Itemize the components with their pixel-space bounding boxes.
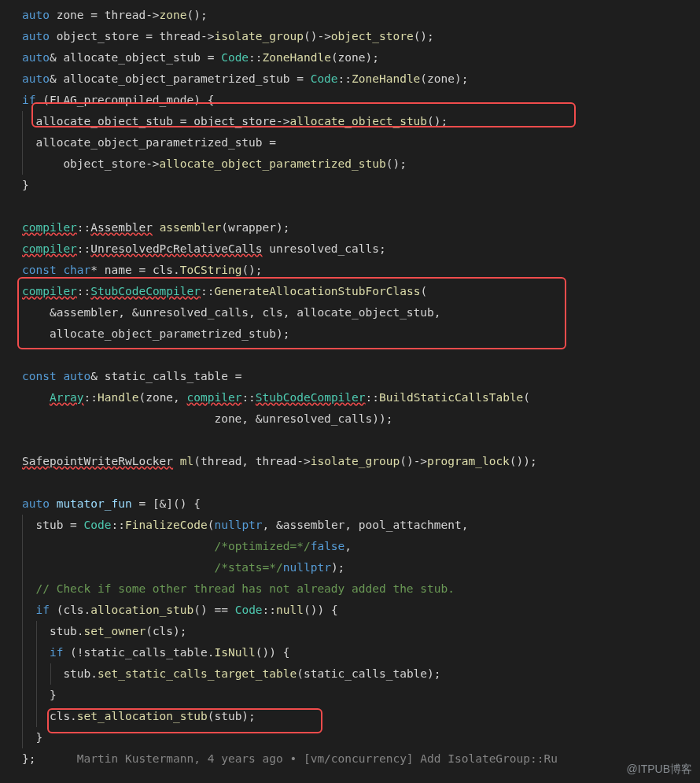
code-token: :: xyxy=(112,519,125,531)
code-token: object_store-> xyxy=(35,157,159,170)
code-token: } xyxy=(50,689,57,701)
code-token: ToCString xyxy=(180,264,242,276)
code-token: & static_calls_table = xyxy=(90,370,241,382)
code-line[interactable]: auto mutator_fun = [&]() { xyxy=(22,493,700,515)
code-token: set_static_calls_target_table xyxy=(98,667,297,680)
code-token: compiler xyxy=(22,221,77,234)
code-token: isolate_group xyxy=(214,30,304,42)
code-line[interactable]: allocate_object_stub = object_store->all… xyxy=(22,111,700,132)
code-line[interactable]: const auto& static_calls_table = xyxy=(22,366,700,387)
code-token: object_store = thread-> xyxy=(50,30,215,42)
code-token: StubCodeCompiler xyxy=(256,391,366,404)
code-token: Handle xyxy=(98,391,138,404)
code-line[interactable]: cls.set_allocation_stub(stub); xyxy=(22,706,700,727)
code-line[interactable]: }; Martin Kustermann, 4 years ago • [vm/… xyxy=(22,748,700,770)
code-line[interactable]: auto& allocate_object_parametrized_stub … xyxy=(22,68,700,90)
code-token xyxy=(153,221,160,234)
code-token: :: xyxy=(263,604,276,616)
code-token: , xyxy=(344,540,352,552)
code-line[interactable]: compiler::StubCodeCompiler::GenerateAllo… xyxy=(22,281,700,302)
code-token: ml xyxy=(180,455,193,467)
code-token: ()) { xyxy=(256,646,290,659)
code-token xyxy=(22,391,50,404)
code-token: Assembler xyxy=(90,221,153,234)
code-token: StubCodeCompiler xyxy=(90,285,201,297)
code-token: (); xyxy=(414,30,434,42)
code-token: allocate_object_parametrized_stub xyxy=(160,157,386,170)
code-line[interactable]: auto object_store = thread->isolate_grou… xyxy=(22,26,700,47)
code-token: :: xyxy=(241,391,255,404)
code-token: zone xyxy=(160,9,187,21)
code-line[interactable]: allocate_object_parametrized_stub = xyxy=(22,132,700,153)
code-token: (zone, xyxy=(138,391,186,404)
code-token: allocate_object_stub xyxy=(289,115,427,127)
code-line[interactable]: zone, &unresolved_calls)); xyxy=(22,408,700,430)
code-token: stub. xyxy=(50,625,84,637)
watermark-text: @ITPUB博客 xyxy=(627,759,692,780)
code-token xyxy=(35,540,214,552)
code-token: compiler xyxy=(22,285,77,297)
code-token: nullptr xyxy=(283,561,331,574)
code-token: zone = thread-> xyxy=(50,9,160,21)
code-token: // Check if some other thread has not al… xyxy=(35,582,455,595)
code-line[interactable]: const char* name = cls.ToCString(); xyxy=(22,260,700,281)
code-token: ()-> xyxy=(304,30,331,42)
code-line[interactable]: SafepointWriteRwLocker ml(thread, thread… xyxy=(22,451,700,472)
code-line[interactable]: if (FLAG_precompiled_mode) { xyxy=(22,90,700,111)
code-token: false xyxy=(311,540,345,552)
code-token: assembler xyxy=(160,221,222,234)
code-token: ); xyxy=(331,561,344,574)
code-line[interactable]: stub = Code::FinalizeCode(nullptr, &asse… xyxy=(22,515,700,536)
code-token: allocate_object_parametrized_stub = xyxy=(35,136,276,149)
code-line[interactable]: allocate_object_parametrized_stub); xyxy=(22,323,700,345)
code-line[interactable] xyxy=(22,430,700,451)
code-line[interactable]: // Check if some other thread has not al… xyxy=(22,578,700,600)
code-token: &assembler, &unresolved_calls, cls, allo… xyxy=(22,306,441,319)
code-token: set_allocation_stub xyxy=(77,710,208,722)
codelens-annotation[interactable]: Martin Kustermann, 4 years ago • [vm/con… xyxy=(35,752,557,765)
code-token: if xyxy=(50,646,63,659)
code-token: :: xyxy=(77,242,90,255)
code-line[interactable]: if (!static_calls_table.IsNull()) { xyxy=(22,642,700,663)
code-token: :: xyxy=(338,72,352,85)
code-token: (zone); xyxy=(331,51,379,64)
code-token: /*stats=*/ xyxy=(214,561,282,574)
code-token: (cls. xyxy=(50,604,90,616)
code-line[interactable]: &assembler, &unresolved_calls, cls, allo… xyxy=(22,302,700,323)
code-line[interactable]: auto zone = thread->zone(); xyxy=(22,5,700,26)
code-token: } xyxy=(22,179,29,191)
code-token: mutator_fun xyxy=(57,497,132,510)
code-editor[interactable]: auto zone = thread->zone();auto object_s… xyxy=(0,0,700,770)
code-token: /*optimized=*/ xyxy=(214,540,310,552)
code-line[interactable] xyxy=(22,345,700,366)
code-line[interactable] xyxy=(22,472,700,493)
code-line[interactable]: } xyxy=(22,685,700,706)
code-token: ()-> xyxy=(400,455,427,467)
code-token: program_lock xyxy=(427,455,510,467)
code-token: null xyxy=(276,604,304,616)
code-token: allocation_stub xyxy=(90,604,193,616)
code-line[interactable]: } xyxy=(22,727,700,748)
code-line[interactable]: stub.set_static_calls_target_table(stati… xyxy=(22,663,700,685)
code-line[interactable]: if (cls.allocation_stub() == Code::null(… xyxy=(22,600,700,621)
code-line[interactable]: object_store->allocate_object_parametriz… xyxy=(22,153,700,175)
code-token: ZoneHandle xyxy=(352,72,420,85)
code-line[interactable]: /*stats=*/nullptr); xyxy=(22,557,700,578)
code-token: auto xyxy=(63,370,90,382)
code-line[interactable]: stub.set_owner(cls); xyxy=(22,621,700,642)
code-token: stub = xyxy=(35,519,83,531)
code-token: :: xyxy=(84,391,98,404)
code-token: allocate_object_stub = object_store-> xyxy=(35,115,289,127)
code-line[interactable]: /*optimized=*/false, xyxy=(22,536,700,557)
code-token xyxy=(50,497,57,510)
code-line[interactable]: } xyxy=(22,175,700,196)
code-token: Code xyxy=(221,51,249,64)
code-line[interactable] xyxy=(22,196,700,217)
code-token: nullptr xyxy=(214,519,262,531)
code-line[interactable]: auto& allocate_object_stub = Code::ZoneH… xyxy=(22,47,700,68)
code-token: stub. xyxy=(63,667,98,680)
code-line[interactable]: Array::Handle(zone, compiler::StubCodeCo… xyxy=(22,387,700,408)
code-line[interactable]: compiler::Assembler assembler(wrapper); xyxy=(22,217,700,238)
code-line[interactable]: compiler::UnresolvedPcRelativeCalls unre… xyxy=(22,238,700,260)
code-token: (); xyxy=(386,157,407,170)
